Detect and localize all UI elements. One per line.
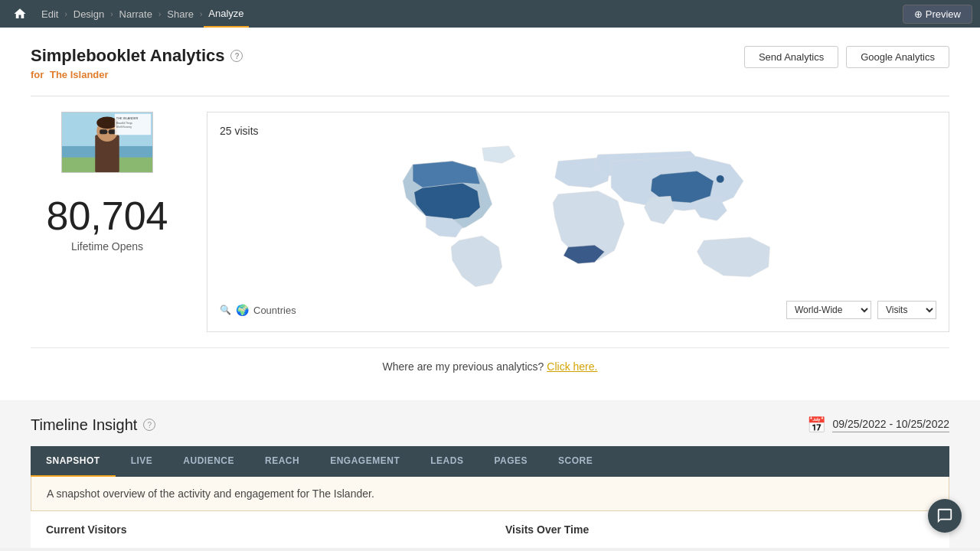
person-svg: THE ISLANDER Beautiful Things Worth Know…	[62, 112, 152, 173]
analytics-section: THE ISLANDER Beautiful Things Worth Know…	[31, 112, 949, 332]
stats-row: Current Visitors Visits Over Time	[31, 511, 949, 548]
visits-over-time-title: Visits Over Time	[505, 523, 934, 536]
nav-chevron-3: ›	[158, 10, 161, 18]
page-header: Simplebooklet Analytics ? for The Island…	[31, 46, 949, 80]
tab-pages[interactable]: PAGES	[479, 446, 543, 477]
tab-snapshot[interactable]: SNAPSHOT	[31, 446, 116, 477]
preview-button[interactable]: ⊕ Preview	[903, 5, 972, 24]
calendar-icon[interactable]: 📅	[807, 416, 826, 434]
map-panel: 25 visits	[207, 112, 949, 332]
visits-over-time-block: Visits Over Time	[490, 511, 949, 548]
map-left-controls: 🔍 🌍 Countries	[220, 304, 296, 316]
svg-text:Worth Knowing: Worth Knowing	[116, 126, 132, 129]
left-panel: THE ISLANDER Beautiful Things Worth Know…	[31, 112, 184, 332]
current-visitors-title: Current Visitors	[46, 523, 475, 536]
globe-icon: 🌍	[236, 304, 249, 316]
nav-chevron-2: ›	[110, 10, 113, 18]
chat-bubble[interactable]	[928, 499, 962, 533]
svg-text:THE ISLANDER: THE ISLANDER	[116, 117, 139, 121]
svg-rect-6	[100, 129, 107, 134]
tab-bar: SNAPSHOT LIVE AUDIENCE REACH ENGAGEMENT …	[31, 446, 949, 477]
page-title: Simplebooklet Analytics ?	[31, 46, 243, 66]
click-here-link[interactable]: Click here.	[547, 360, 597, 373]
send-analytics-button[interactable]: Send Analytics	[744, 46, 838, 68]
timeline-date-picker: 📅 09/25/2022 - 10/25/2022	[807, 416, 949, 434]
timeline-header: Timeline Insight ? 📅 09/25/2022 - 10/25/…	[31, 416, 949, 434]
page-subtitle: for The Islander	[31, 69, 243, 80]
previous-analytics-bar: Where are my previous analytics? Click h…	[31, 347, 949, 385]
svg-text:Beautiful Things: Beautiful Things	[116, 122, 133, 125]
tab-score[interactable]: SCORE	[543, 446, 608, 477]
nav-design[interactable]: Design	[69, 0, 109, 28]
nav-edit[interactable]: Edit	[37, 0, 63, 28]
svg-point-13	[717, 175, 724, 183]
countries-link[interactable]: Countries	[253, 305, 296, 316]
metric-select[interactable]: Visits	[877, 301, 936, 319]
help-icon[interactable]: ?	[230, 50, 243, 62]
region-select[interactable]: World-Wide	[786, 301, 871, 319]
current-visitors-block: Current Visitors	[31, 511, 490, 548]
lifetime-label: Lifetime Opens	[71, 240, 143, 253]
timeline-section: Timeline Insight ? 📅 09/25/2022 - 10/25/…	[0, 400, 980, 548]
nav-narrate[interactable]: Narrate	[115, 0, 157, 28]
tab-live[interactable]: LIVE	[116, 446, 168, 477]
booklet-thumbnail: THE ISLANDER Beautiful Things Worth Know…	[61, 112, 153, 173]
world-map-svg	[220, 145, 936, 290]
preview-icon: ⊕	[914, 8, 923, 20]
home-button[interactable]	[8, 2, 32, 26]
main-content-area: Simplebooklet Analytics ? for The Island…	[0, 28, 980, 400]
google-analytics-button[interactable]: Google Analytics	[846, 46, 949, 68]
map-right-controls: World-Wide Visits	[786, 301, 936, 319]
nav-analyze[interactable]: Analyze	[204, 0, 248, 28]
nav-share[interactable]: Share	[162, 0, 198, 28]
nav-chevron-4: ›	[200, 10, 202, 18]
top-navigation: Edit › Design › Narrate › Share › Analyz…	[0, 0, 980, 28]
tab-leads[interactable]: LEADS	[415, 446, 479, 477]
map-footer: 🔍 🌍 Countries World-Wide Visits	[220, 301, 936, 319]
tab-audience[interactable]: AUDIENCE	[168, 446, 250, 477]
page-title-area: Simplebooklet Analytics ? for The Island…	[31, 46, 243, 80]
date-range[interactable]: 09/25/2022 - 10/25/2022	[832, 418, 949, 432]
person-image: THE ISLANDER Beautiful Things Worth Know…	[62, 112, 152, 173]
nav-chevron-1: ›	[64, 10, 67, 18]
lifetime-number: 80,704	[46, 196, 168, 236]
tab-engagement[interactable]: ENGAGEMENT	[315, 446, 415, 477]
timeline-title: Timeline Insight ?	[31, 416, 155, 434]
timeline-help-icon[interactable]: ?	[143, 419, 155, 431]
header-buttons: Send Analytics Google Analytics	[744, 46, 949, 68]
zoom-icon[interactable]: 🔍	[220, 305, 231, 315]
svg-point-5	[96, 117, 118, 129]
snapshot-content: A snapshot overview of the activity and …	[31, 477, 949, 511]
map-visits-label: 25 visits	[220, 125, 936, 137]
header-divider	[31, 96, 949, 96]
tab-reach[interactable]: REACH	[250, 446, 315, 477]
